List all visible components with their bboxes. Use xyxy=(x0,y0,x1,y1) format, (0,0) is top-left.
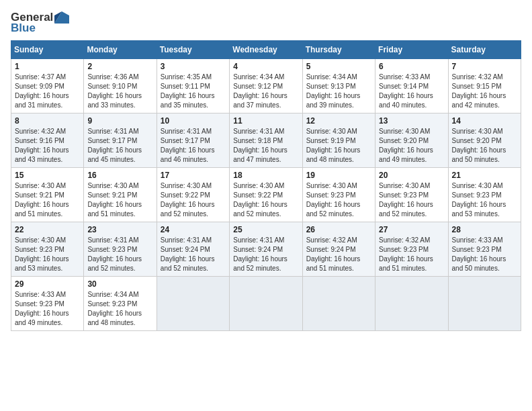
logo-icon xyxy=(54,11,69,24)
calendar-cell: 14 Sunrise: 4:30 AM Sunset: 9:20 PM Dayl… xyxy=(448,113,521,168)
day-number: 23 xyxy=(87,225,152,234)
header-sunday: Sunday xyxy=(11,41,84,59)
calendar-cell: 28 Sunrise: 4:33 AM Sunset: 9:23 PM Dayl… xyxy=(448,222,521,277)
day-info: Sunrise: 4:32 AM Sunset: 9:24 PM Dayligh… xyxy=(306,236,371,273)
day-number: 28 xyxy=(452,225,517,234)
day-number: 25 xyxy=(233,225,298,234)
calendar-week-row: 29 Sunrise: 4:33 AM Sunset: 9:23 PM Dayl… xyxy=(11,277,521,331)
page-header: General Blue xyxy=(11,11,521,35)
calendar-cell xyxy=(230,277,302,331)
calendar-cell: 18 Sunrise: 4:30 AM Sunset: 9:22 PM Dayl… xyxy=(230,168,302,222)
day-number: 13 xyxy=(379,116,444,126)
day-info: Sunrise: 4:33 AM Sunset: 9:14 PM Dayligh… xyxy=(379,73,444,110)
calendar-cell: 2 Sunrise: 4:36 AM Sunset: 9:10 PM Dayli… xyxy=(84,59,157,113)
header-thursday: Thursday xyxy=(302,41,375,59)
day-number: 19 xyxy=(306,171,371,180)
day-number: 7 xyxy=(452,62,517,71)
calendar-cell: 24 Sunrise: 4:31 AM Sunset: 9:24 PM Dayl… xyxy=(157,222,229,277)
day-info: Sunrise: 4:30 AM Sunset: 9:20 PM Dayligh… xyxy=(452,127,517,165)
calendar-cell: 23 Sunrise: 4:31 AM Sunset: 9:23 PM Dayl… xyxy=(84,222,157,277)
day-info: Sunrise: 4:31 AM Sunset: 9:17 PM Dayligh… xyxy=(87,127,152,165)
calendar-cell: 30 Sunrise: 4:34 AM Sunset: 9:23 PM Dayl… xyxy=(84,277,157,331)
day-number: 17 xyxy=(161,171,226,180)
calendar-week-row: 1 Sunrise: 4:37 AM Sunset: 9:09 PM Dayli… xyxy=(11,59,521,113)
day-number: 16 xyxy=(87,171,152,180)
day-number: 6 xyxy=(379,62,444,71)
day-number: 29 xyxy=(15,279,80,289)
day-number: 26 xyxy=(306,225,371,234)
calendar-cell xyxy=(302,277,375,331)
day-info: Sunrise: 4:34 AM Sunset: 9:23 PM Dayligh… xyxy=(87,290,152,328)
day-info: Sunrise: 4:30 AM Sunset: 9:20 PM Dayligh… xyxy=(379,127,444,165)
calendar-cell: 21 Sunrise: 4:30 AM Sunset: 9:23 PM Dayl… xyxy=(448,168,521,222)
calendar-cell: 13 Sunrise: 4:30 AM Sunset: 9:20 PM Dayl… xyxy=(375,113,448,168)
day-info: Sunrise: 4:30 AM Sunset: 9:22 PM Dayligh… xyxy=(233,181,298,219)
day-number: 11 xyxy=(233,116,298,126)
calendar-header-row: SundayMondayTuesdayWednesdayThursdayFrid… xyxy=(11,41,521,59)
calendar-cell: 1 Sunrise: 4:37 AM Sunset: 9:09 PM Dayli… xyxy=(11,59,84,113)
calendar-week-row: 8 Sunrise: 4:32 AM Sunset: 9:16 PM Dayli… xyxy=(11,113,521,168)
calendar-cell: 12 Sunrise: 4:30 AM Sunset: 9:19 PM Dayl… xyxy=(302,113,375,168)
header-saturday: Saturday xyxy=(448,41,521,59)
day-info: Sunrise: 4:33 AM Sunset: 9:23 PM Dayligh… xyxy=(452,236,517,273)
day-info: Sunrise: 4:30 AM Sunset: 9:23 PM Dayligh… xyxy=(379,181,444,219)
calendar-cell: 26 Sunrise: 4:32 AM Sunset: 9:24 PM Dayl… xyxy=(302,222,375,277)
day-info: Sunrise: 4:31 AM Sunset: 9:24 PM Dayligh… xyxy=(233,236,298,273)
day-info: Sunrise: 4:31 AM Sunset: 9:23 PM Dayligh… xyxy=(87,236,152,273)
day-info: Sunrise: 4:36 AM Sunset: 9:10 PM Dayligh… xyxy=(87,73,152,110)
day-number: 8 xyxy=(15,116,80,126)
calendar-cell xyxy=(448,277,521,331)
calendar-cell: 15 Sunrise: 4:30 AM Sunset: 9:21 PM Dayl… xyxy=(11,168,84,222)
day-info: Sunrise: 4:34 AM Sunset: 9:13 PM Dayligh… xyxy=(306,73,371,110)
day-info: Sunrise: 4:35 AM Sunset: 9:11 PM Dayligh… xyxy=(161,73,226,110)
day-info: Sunrise: 4:30 AM Sunset: 9:21 PM Dayligh… xyxy=(15,181,80,219)
day-number: 27 xyxy=(379,225,444,234)
calendar-cell: 9 Sunrise: 4:31 AM Sunset: 9:17 PM Dayli… xyxy=(84,113,157,168)
day-number: 10 xyxy=(161,116,226,126)
day-number: 9 xyxy=(87,116,152,126)
calendar-cell: 7 Sunrise: 4:32 AM Sunset: 9:15 PM Dayli… xyxy=(448,59,521,113)
calendar-cell xyxy=(157,277,229,331)
header-friday: Friday xyxy=(375,41,448,59)
day-number: 3 xyxy=(161,62,226,71)
header-wednesday: Wednesday xyxy=(230,41,302,59)
calendar-week-row: 22 Sunrise: 4:30 AM Sunset: 9:23 PM Dayl… xyxy=(11,222,521,277)
logo: General Blue xyxy=(11,11,69,35)
calendar-cell: 8 Sunrise: 4:32 AM Sunset: 9:16 PM Dayli… xyxy=(11,113,84,168)
day-number: 1 xyxy=(15,62,80,71)
day-number: 14 xyxy=(452,116,517,126)
calendar-cell: 17 Sunrise: 4:30 AM Sunset: 9:22 PM Dayl… xyxy=(157,168,229,222)
day-info: Sunrise: 4:31 AM Sunset: 9:24 PM Dayligh… xyxy=(161,236,226,273)
calendar-cell: 16 Sunrise: 4:30 AM Sunset: 9:21 PM Dayl… xyxy=(84,168,157,222)
calendar-cell: 27 Sunrise: 4:32 AM Sunset: 9:23 PM Dayl… xyxy=(375,222,448,277)
day-info: Sunrise: 4:32 AM Sunset: 9:16 PM Dayligh… xyxy=(15,127,80,165)
calendar-week-row: 15 Sunrise: 4:30 AM Sunset: 9:21 PM Dayl… xyxy=(11,168,521,222)
calendar-cell: 4 Sunrise: 4:34 AM Sunset: 9:12 PM Dayli… xyxy=(230,59,302,113)
day-info: Sunrise: 4:30 AM Sunset: 9:23 PM Dayligh… xyxy=(306,181,371,219)
calendar-table: SundayMondayTuesdayWednesdayThursdayFrid… xyxy=(11,40,521,331)
calendar-cell: 22 Sunrise: 4:30 AM Sunset: 9:23 PM Dayl… xyxy=(11,222,84,277)
day-info: Sunrise: 4:33 AM Sunset: 9:23 PM Dayligh… xyxy=(15,290,80,328)
header-monday: Monday xyxy=(84,41,157,59)
day-number: 4 xyxy=(233,62,298,71)
day-number: 12 xyxy=(306,116,371,126)
logo-blue-text: Blue xyxy=(11,21,36,35)
day-info: Sunrise: 4:30 AM Sunset: 9:19 PM Dayligh… xyxy=(306,127,371,165)
calendar-cell: 20 Sunrise: 4:30 AM Sunset: 9:23 PM Dayl… xyxy=(375,168,448,222)
day-info: Sunrise: 4:34 AM Sunset: 9:12 PM Dayligh… xyxy=(233,73,298,110)
day-info: Sunrise: 4:30 AM Sunset: 9:22 PM Dayligh… xyxy=(161,181,226,219)
calendar-cell: 29 Sunrise: 4:33 AM Sunset: 9:23 PM Dayl… xyxy=(11,277,84,331)
day-number: 22 xyxy=(15,225,80,234)
day-number: 18 xyxy=(233,171,298,180)
day-info: Sunrise: 4:32 AM Sunset: 9:23 PM Dayligh… xyxy=(379,236,444,273)
calendar-cell: 5 Sunrise: 4:34 AM Sunset: 9:13 PM Dayli… xyxy=(302,59,375,113)
day-info: Sunrise: 4:30 AM Sunset: 9:23 PM Dayligh… xyxy=(15,236,80,273)
day-number: 30 xyxy=(87,279,152,289)
day-info: Sunrise: 4:30 AM Sunset: 9:23 PM Dayligh… xyxy=(452,181,517,219)
day-number: 24 xyxy=(161,225,226,234)
calendar-cell: 25 Sunrise: 4:31 AM Sunset: 9:24 PM Dayl… xyxy=(230,222,302,277)
day-number: 15 xyxy=(15,171,80,180)
day-info: Sunrise: 4:32 AM Sunset: 9:15 PM Dayligh… xyxy=(452,73,517,110)
day-info: Sunrise: 4:31 AM Sunset: 9:18 PM Dayligh… xyxy=(233,127,298,165)
day-number: 20 xyxy=(379,171,444,180)
